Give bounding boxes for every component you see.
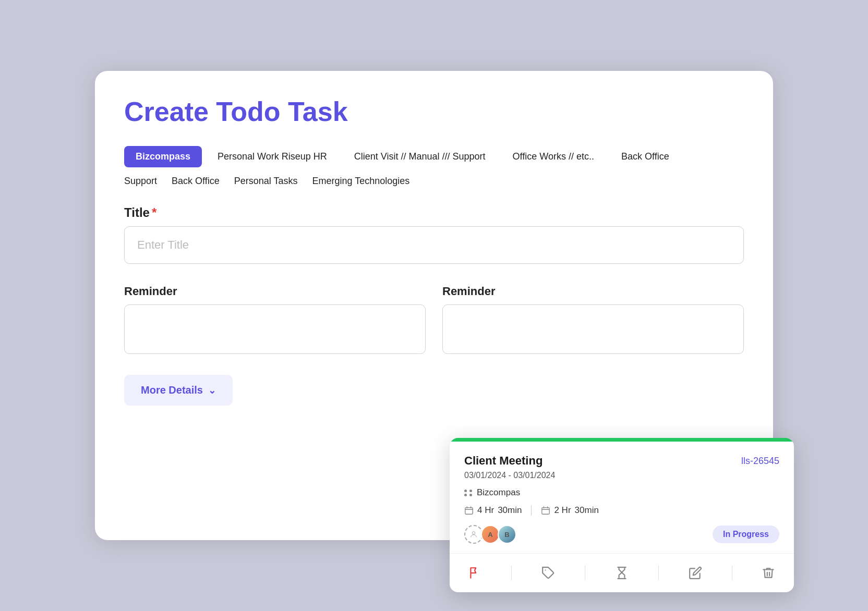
- svg-rect-1: [542, 508, 549, 515]
- avatar-1: A: [481, 525, 500, 544]
- card-body: Client Meeting lls-26545 03/01/2024 - 03…: [450, 442, 794, 553]
- page-title: Create Todo Task: [124, 96, 744, 127]
- tabs-row2: Support Back Office Personal Tasks Emerg…: [124, 176, 744, 187]
- create-todo-card: Create Todo Task Bizcompass Personal Wor…: [95, 71, 773, 540]
- tab2-emerging-tech[interactable]: Emerging Technologies: [312, 176, 410, 187]
- reminder-col-2: Reminder: [442, 285, 744, 354]
- avatar-add[interactable]: [464, 525, 483, 544]
- flag-button[interactable]: [461, 562, 489, 584]
- action-divider-3: [658, 566, 659, 580]
- tag-icon: [541, 566, 555, 580]
- svg-point-2: [472, 532, 475, 534]
- time2-mins: 30min: [575, 505, 599, 516]
- edit-button[interactable]: [681, 562, 709, 584]
- card-id: lls-26545: [741, 456, 779, 467]
- reminder1-input[interactable]: [124, 304, 426, 354]
- tabs-row1: Bizcompass Personal Work Riseup HR Clien…: [124, 146, 744, 167]
- card-footer: A B In Progress: [464, 525, 779, 553]
- card-time-row: 4 Hr 30min 2 Hr 30min: [464, 505, 779, 516]
- time1-hours: 4 Hr: [477, 505, 494, 516]
- trash-icon: [762, 566, 775, 580]
- reminder-col-1: Reminder: [124, 285, 426, 354]
- reminders-row: Reminder Reminder: [124, 285, 744, 354]
- reminder2-input[interactable]: [442, 304, 744, 354]
- action-divider-1: [511, 566, 512, 580]
- time1-mins: 30min: [498, 505, 522, 516]
- grid-dots-icon: [464, 490, 473, 496]
- title-label: Title *: [124, 205, 744, 220]
- tab-bizcompass[interactable]: Bizcompass: [124, 146, 202, 167]
- time2-hours: 2 Hr: [554, 505, 571, 516]
- tab-client-visit[interactable]: Client Visit // Manual /// Support: [343, 146, 497, 167]
- action-divider-4: [732, 566, 732, 580]
- title-input[interactable]: [124, 226, 744, 264]
- tab2-support[interactable]: Support: [124, 176, 157, 187]
- required-indicator: *: [152, 205, 156, 220]
- reminder1-label: Reminder: [124, 285, 426, 298]
- time-block-2: 2 Hr 30min: [541, 505, 598, 516]
- progress-bar: [450, 438, 794, 442]
- hourglass-icon: [615, 566, 629, 580]
- calendar-icon-2: [541, 506, 550, 515]
- card-company-row: Bizcompas: [464, 487, 779, 498]
- card-company: Bizcompas: [477, 487, 520, 498]
- card-actions: [450, 553, 794, 592]
- floating-task-card: Client Meeting lls-26545 03/01/2024 - 03…: [450, 438, 794, 592]
- avatars-group: A B: [464, 525, 516, 544]
- card-header: Client Meeting lls-26545: [464, 454, 779, 468]
- time-divider: [531, 505, 532, 516]
- tag-button[interactable]: [534, 562, 562, 584]
- card-date: 03/01/2024 - 03/01/2024: [464, 471, 779, 480]
- time-block-1: 4 Hr 30min: [464, 505, 522, 516]
- action-divider-2: [585, 566, 585, 580]
- more-details-button[interactable]: More Details ⌄: [124, 375, 233, 406]
- edit-icon: [689, 566, 702, 580]
- tab-personal-work[interactable]: Personal Work Riseup HR: [206, 146, 339, 167]
- tab-back-office[interactable]: Back Office: [610, 146, 681, 167]
- status-badge[interactable]: In Progress: [713, 526, 779, 543]
- tab-office-works[interactable]: Office Works // etc..: [501, 146, 606, 167]
- timer-button[interactable]: [608, 562, 636, 584]
- card-title: Client Meeting: [464, 454, 542, 468]
- delete-button[interactable]: [754, 562, 782, 584]
- tab2-back-office[interactable]: Back Office: [172, 176, 220, 187]
- chevron-down-icon: ⌄: [208, 385, 216, 396]
- avatar-2: B: [498, 525, 516, 544]
- calendar-icon-1: [464, 506, 474, 515]
- svg-rect-0: [465, 508, 473, 515]
- reminder2-label: Reminder: [442, 285, 744, 298]
- flag-icon: [468, 566, 481, 580]
- tab2-personal-tasks[interactable]: Personal Tasks: [234, 176, 298, 187]
